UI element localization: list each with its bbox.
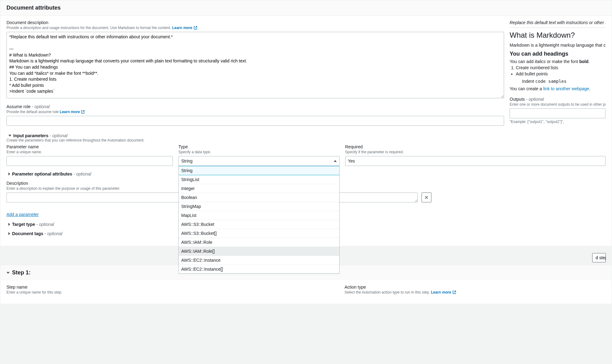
preview-p3: You can create a link to another webpage… — [510, 86, 606, 91]
preview-ol: Create numbered lists — [516, 65, 606, 70]
input-parameters-block: Input parameters - optional Create the p… — [6, 133, 606, 236]
preview-p1: Markdown is a lightweight markup languag… — [510, 43, 606, 48]
type-hint: Specify a data type. — [178, 150, 340, 154]
preview-h1: What is Markdown? — [510, 31, 606, 40]
chevron-down-icon — [8, 135, 11, 137]
type-option[interactable]: Integer — [179, 184, 339, 193]
action-type-group: Action type Select the Automation action… — [345, 285, 606, 296]
external-link-icon — [452, 290, 456, 294]
section-header: Document attributes — [0, 0, 612, 16]
preview-link[interactable]: link to another webpage — [543, 86, 589, 91]
assume-role-input[interactable] — [6, 116, 504, 126]
description-learn-more-link[interactable]: Learn more — [172, 26, 197, 30]
required-selected-value: Yes — [348, 159, 355, 163]
chevron-right-icon — [8, 172, 10, 176]
description-group: Document description Provide a descripti… — [6, 20, 504, 99]
type-group: Type Specify a data type. String StringS… — [178, 144, 340, 166]
add-parameter-link[interactable]: Add a parameter — [6, 212, 39, 217]
type-option[interactable]: AWS::IAM::Role[] — [179, 247, 339, 256]
step-1-body: Step name Enter a unique name for this s… — [0, 280, 612, 304]
chevron-right-icon — [8, 223, 10, 226]
chevron-down-icon — [6, 272, 10, 274]
document-attributes-section: Document attributes Document description… — [0, 0, 612, 246]
action-type-hint: Select the Automation action type to run… — [345, 290, 606, 294]
type-option[interactable]: AWS::IAM::Role — [179, 238, 339, 247]
description-textarea[interactable] — [6, 32, 504, 98]
type-dropdown: StringStringListIntegerBooleanStringMapM… — [178, 166, 340, 274]
remove-parameter-button[interactable] — [422, 193, 431, 202]
type-option[interactable]: AWS::S3::Bucket[] — [179, 229, 339, 238]
step-name-label: Step name — [6, 285, 339, 290]
description-row: Document description Provide a descripti… — [6, 20, 606, 130]
type-option[interactable]: AWS::EC2::Instance[] — [179, 265, 339, 273]
params-row: Parameter name Enter a unique name. Type… — [6, 144, 606, 166]
close-icon — [424, 195, 429, 200]
type-option[interactable]: AWS::EC2::Instance — [179, 256, 339, 265]
type-label: Type — [178, 144, 340, 149]
type-selected-value: String — [181, 159, 193, 163]
description-column: Document description Provide a descripti… — [6, 20, 504, 130]
step-1-title: Step 1: — [12, 269, 31, 276]
type-option[interactable]: MapList — [179, 211, 339, 220]
required-group: Required Specify if the parameter is req… — [345, 144, 606, 166]
input-parameters-hint: Create the parameters that you can refer… — [6, 138, 606, 142]
outputs-example: "Example: ["output1", "output2"]", — [510, 120, 606, 124]
preview-p2: You can add italics or make the font bol… — [510, 59, 606, 64]
outputs-input[interactable] — [510, 108, 606, 118]
input-parameters-expander[interactable]: Input parameters - optional — [8, 133, 606, 138]
preview-ul-item: Add bullet points — [516, 71, 606, 76]
section-body: Document description Provide a descripti… — [0, 16, 612, 246]
step-name-group: Step name Enter a unique name for this s… — [6, 285, 339, 296]
type-option[interactable]: StringList — [179, 175, 339, 184]
type-option[interactable]: AWS::S3::Bucket — [179, 220, 339, 229]
assume-role-group: Assume role - optional Provide the defau… — [6, 104, 504, 126]
preview-h2: You can add headings — [510, 51, 606, 57]
step-name-hint: Enter a unique name for this step. — [6, 290, 339, 294]
action-type-learn-more-link[interactable]: Learn more — [431, 290, 456, 294]
preview-blockquote: Indent code samples — [522, 79, 606, 84]
outputs-hint: Enter one or more document outputs to be… — [510, 102, 606, 107]
markdown-preview: Replace this default text with instructi… — [510, 20, 606, 128]
assume-role-hint: Provide the default assume role Learn mo… — [6, 110, 504, 114]
external-link-icon — [81, 110, 85, 114]
chevron-right-icon — [8, 232, 10, 235]
add-step-button[interactable]: d step — [592, 253, 606, 262]
parameter-name-hint: Enter a unique name. — [6, 150, 173, 154]
description-hint: Provide a description and usage instruct… — [6, 26, 504, 30]
parameter-name-group: Parameter name Enter a unique name. — [6, 144, 173, 166]
caret-up-icon — [334, 160, 337, 162]
description-label: Document description — [6, 20, 504, 25]
outputs-group: Outputs - optional Enter one or more doc… — [510, 97, 606, 124]
type-option[interactable]: StringMap — [179, 202, 339, 211]
parameter-name-label: Parameter name — [6, 144, 173, 149]
section-title: Document attributes — [6, 5, 606, 11]
type-option[interactable]: Boolean — [179, 193, 339, 202]
preview-hr — [510, 28, 606, 28]
preview-ol-item: Create numbered lists — [516, 65, 606, 70]
type-option[interactable]: String — [179, 166, 339, 175]
preview-intro: Replace this default text with instructi… — [510, 20, 606, 25]
parameter-name-input[interactable] — [6, 156, 173, 166]
assume-role-learn-more-link[interactable]: Learn more — [60, 110, 85, 114]
preview-ul: Add bullet points — [516, 71, 606, 76]
required-select[interactable]: Yes — [345, 156, 606, 166]
required-hint: Specify if the parameter is required. — [345, 150, 606, 154]
assume-role-label: Assume role - optional — [6, 104, 504, 109]
required-label: Required — [345, 144, 606, 149]
outputs-label: Outputs - optional — [510, 97, 606, 102]
type-select[interactable]: String — [178, 156, 340, 166]
action-type-label: Action type — [345, 285, 606, 290]
external-link-icon — [194, 26, 197, 30]
